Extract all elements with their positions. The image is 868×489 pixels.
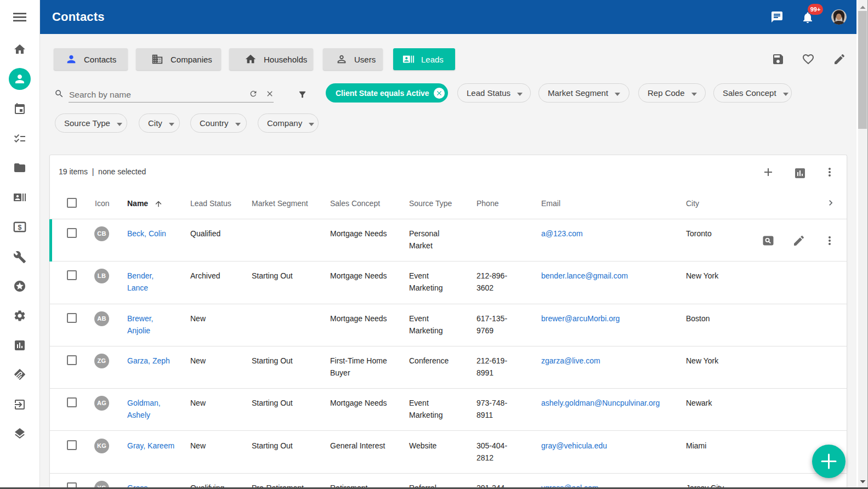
svg-text:$: $	[18, 224, 22, 231]
